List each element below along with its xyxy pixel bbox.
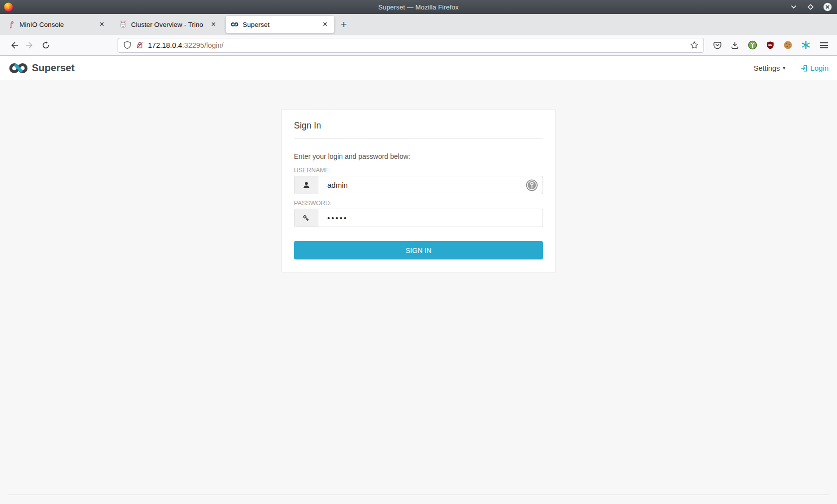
sign-in-button[interactable]: SIGN IN [294,241,543,259]
forward-button[interactable] [22,38,38,53]
settings-menu[interactable]: Settings ▾ [754,64,785,72]
superset-favicon [231,20,239,28]
tab-close-icon[interactable]: × [209,19,218,29]
tab-minio-console[interactable]: MinIO Console × [2,16,111,33]
url-bar[interactable]: 172.18.0.4:32295/login/ [118,38,704,53]
green-extension-icon[interactable] [748,40,757,50]
maximize-icon[interactable] [806,2,815,11]
tab-close-icon[interactable]: × [98,19,106,29]
pocket-icon[interactable] [713,41,722,50]
browser-window: Superset — Mozilla Firefox MinIO Con [0,0,837,504]
toolbar-extensions: uO [713,40,831,50]
login-link[interactable]: Login [800,64,829,72]
login-label: Login [810,64,829,72]
settings-label: Settings [754,64,780,72]
downloads-icon[interactable] [730,41,739,50]
user-icon [294,176,318,194]
password-input[interactable] [318,209,543,227]
chevron-down-icon: ▾ [783,65,785,71]
cookie-extension-icon[interactable] [783,40,793,50]
username-label: USERNAME: [294,167,543,174]
reload-button[interactable] [38,38,54,53]
window-controls [789,0,832,14]
sign-in-icon [800,64,808,72]
insecure-lock-icon[interactable] [136,41,144,49]
superset-navbar: Superset Settings ▾ Login [0,56,837,80]
page-content: Sign In Enter your login and password be… [0,80,837,504]
superset-logo-icon [8,62,28,74]
password-label: PASSWORD: [294,200,543,207]
svg-text:uO: uO [768,43,773,46]
superset-brand[interactable]: Superset [8,62,75,74]
back-button[interactable] [6,38,22,53]
username-input-group [294,176,543,194]
password-input-group [294,209,543,227]
tab-superset-active[interactable]: Superset × [226,16,334,33]
navigation-toolbar: 172.18.0.4:32295/login/ uO [0,35,837,56]
tab-label: MinIO Console [19,21,94,28]
colorful-asterisk-extension-icon[interactable] [801,40,811,50]
tab-trino-cluster-overview[interactable]: Cluster Overview - Trino × [114,16,223,33]
firefox-icon [3,2,13,12]
navbar-right: Settings ▾ Login [754,64,829,72]
tab-bar: MinIO Console × Cluster Overview - Trino… [0,14,837,35]
username-input[interactable] [318,176,543,194]
tab-label: Cluster Overview - Trino [131,21,205,28]
url-host: 172.18.0.4 [148,41,182,49]
brand-name: Superset [32,62,75,74]
tab-label: Superset [243,21,317,28]
url-path: :32295/login/ [182,41,224,49]
close-icon[interactable] [823,2,832,11]
minimize-icon[interactable] [789,2,798,11]
tab-close-icon[interactable]: × [321,19,329,29]
titlebar: Superset — Mozilla Firefox [0,0,837,14]
ublock-origin-icon[interactable]: uO [766,41,775,50]
sign-in-title: Sign In [294,121,543,139]
bookmark-star-icon[interactable] [690,41,698,49]
new-tab-button[interactable]: + [336,17,352,31]
menu-hamburger-icon[interactable] [819,40,829,50]
sign-in-instruction: Enter your login and password below: [294,152,543,160]
window-title: Superset — Mozilla Firefox [0,3,837,11]
tracking-shield-icon[interactable] [123,41,132,49]
sign-in-card: Sign In Enter your login and password be… [281,110,556,272]
minio-flamingo-icon [7,20,15,28]
key-icon [294,209,318,227]
trino-bunny-icon [119,20,127,28]
footer-divider [7,495,830,495]
password-manager-key-icon[interactable] [526,179,538,191]
url-text[interactable]: 172.18.0.4:32295/login/ [148,41,224,49]
